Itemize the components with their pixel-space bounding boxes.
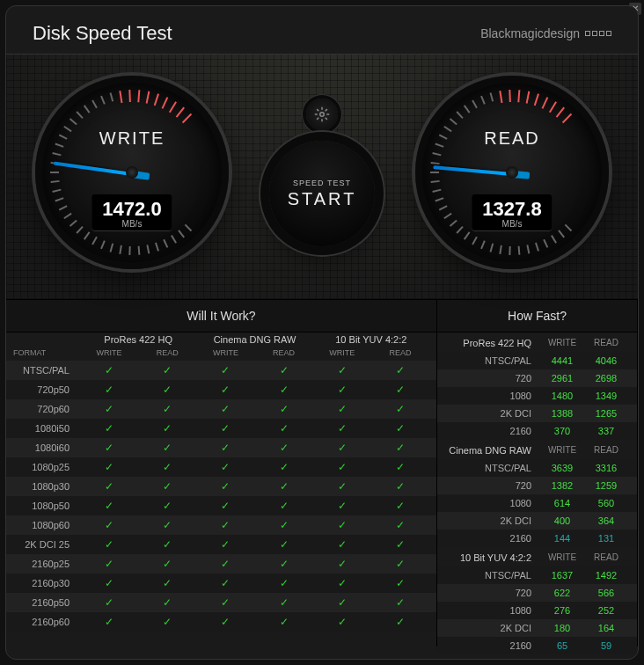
check-icon: ✓: [105, 403, 113, 415]
check-icon: ✓: [338, 577, 347, 589]
check-icon: ✓: [338, 384, 347, 396]
check-cell: ✓: [371, 403, 429, 415]
check-cell: ✓: [138, 442, 196, 454]
check-cell: ✓: [80, 616, 138, 628]
check-cell: ✓: [138, 616, 196, 628]
write-gauge: WRITE 1472.0 MB/s: [35, 76, 229, 269]
check-cell: ✓: [80, 442, 138, 454]
check-cell: ✓: [196, 480, 254, 493]
write-gauge-label: WRITE: [42, 128, 222, 149]
check-icon: ✓: [396, 364, 405, 376]
check-icon: ✓: [105, 480, 113, 493]
check-icon: ✓: [105, 596, 113, 609]
check-icon: ✓: [221, 364, 230, 376]
how-fast-row: 21606559: [437, 637, 637, 654]
check-cell: ✓: [254, 384, 312, 396]
settings-button[interactable]: [306, 99, 338, 130]
check-cell: ✓: [80, 364, 138, 376]
check-cell: ✓: [313, 403, 371, 415]
check-cell: ✓: [254, 364, 312, 376]
check-cell: ✓: [138, 538, 196, 551]
check-cell: ✓: [80, 519, 138, 531]
check-cell: ✓: [196, 558, 254, 570]
check-cell: ✓: [80, 558, 138, 570]
table-row: 2160p30✓✓✓✓✓✓: [6, 574, 436, 593]
format-label: 1080p60: [13, 520, 80, 530]
check-cell: ✓: [371, 422, 429, 435]
check-cell: ✓: [371, 616, 429, 628]
brand: Blackmagicdesign: [480, 26, 611, 40]
check-icon: ✓: [338, 461, 347, 473]
how-fast-title: How Fast?: [437, 300, 637, 332]
check-icon: ✓: [396, 480, 405, 493]
check-icon: ✓: [396, 616, 405, 628]
format-label: 1080i60: [13, 442, 80, 453]
check-cell: ✓: [371, 519, 429, 531]
check-icon: ✓: [163, 442, 172, 454]
table-row: 2160p25✓✓✓✓✓✓: [6, 554, 436, 574]
how-fast-row: 1080276252: [437, 602, 637, 619]
check-icon: ✓: [163, 500, 172, 512]
how-fast-row: 1080614560: [437, 494, 637, 512]
check-cell: ✓: [371, 577, 429, 589]
check-icon: ✓: [221, 403, 230, 415]
check-cell: ✓: [138, 422, 196, 435]
check-icon: ✓: [280, 500, 289, 512]
format-label: 1080i50: [13, 423, 80, 434]
check-cell: ✓: [371, 364, 429, 376]
check-cell: ✓: [196, 519, 254, 531]
check-cell: ✓: [138, 480, 196, 493]
table-row: 1080i50✓✓✓✓✓✓: [6, 419, 436, 438]
check-icon: ✓: [280, 558, 289, 570]
format-label: 2160p25: [13, 559, 80, 569]
check-icon: ✓: [338, 364, 347, 376]
check-cell: ✓: [254, 480, 312, 493]
check-icon: ✓: [221, 384, 230, 396]
check-cell: ✓: [371, 461, 429, 473]
check-icon: ✓: [221, 461, 230, 473]
check-cell: ✓: [313, 616, 371, 628]
how-fast-section-header: 10 Bit YUV 4:2:2WRITEREAD: [437, 547, 637, 566]
check-icon: ✓: [280, 480, 289, 493]
format-label: 720p50: [13, 384, 80, 395]
check-icon: ✓: [221, 500, 230, 512]
check-cell: ✓: [313, 577, 371, 589]
check-icon: ✓: [163, 538, 172, 551]
how-fast-row: 72013821259: [437, 477, 637, 494]
check-icon: ✓: [105, 519, 113, 531]
check-icon: ✓: [221, 577, 230, 589]
check-icon: ✓: [163, 519, 172, 531]
check-icon: ✓: [105, 422, 113, 435]
start-button[interactable]: SPEED TEST START: [269, 141, 375, 246]
check-icon: ✓: [280, 422, 289, 435]
write-value: 1472.0: [102, 198, 161, 221]
format-label: 2160p60: [13, 617, 80, 627]
brand-label: Blackmagicdesign: [480, 26, 580, 40]
table-row: 1080p30✓✓✓✓✓✓: [6, 477, 436, 496]
check-icon: ✓: [105, 364, 113, 376]
check-icon: ✓: [105, 500, 113, 512]
check-icon: ✓: [280, 616, 289, 628]
check-cell: ✓: [138, 500, 196, 512]
check-icon: ✓: [280, 364, 289, 376]
check-cell: ✓: [371, 442, 429, 454]
check-icon: ✓: [280, 384, 289, 396]
check-cell: ✓: [196, 461, 254, 473]
check-cell: ✓: [313, 422, 371, 435]
check-icon: ✓: [396, 538, 405, 551]
check-cell: ✓: [371, 384, 429, 396]
read-gauge-label: READ: [422, 128, 602, 149]
check-icon: ✓: [221, 558, 230, 570]
check-cell: ✓: [196, 577, 254, 589]
check-cell: ✓: [138, 384, 196, 396]
check-cell: ✓: [80, 538, 138, 551]
check-icon: ✓: [396, 403, 405, 415]
check-icon: ✓: [280, 538, 289, 551]
how-fast-row: 2K DCI400364: [437, 512, 637, 530]
check-icon: ✓: [163, 558, 172, 570]
check-cell: ✓: [80, 596, 138, 609]
check-icon: ✓: [221, 519, 230, 531]
check-cell: ✓: [138, 364, 196, 376]
format-label: 720p60: [13, 404, 80, 414]
check-icon: ✓: [163, 461, 172, 473]
